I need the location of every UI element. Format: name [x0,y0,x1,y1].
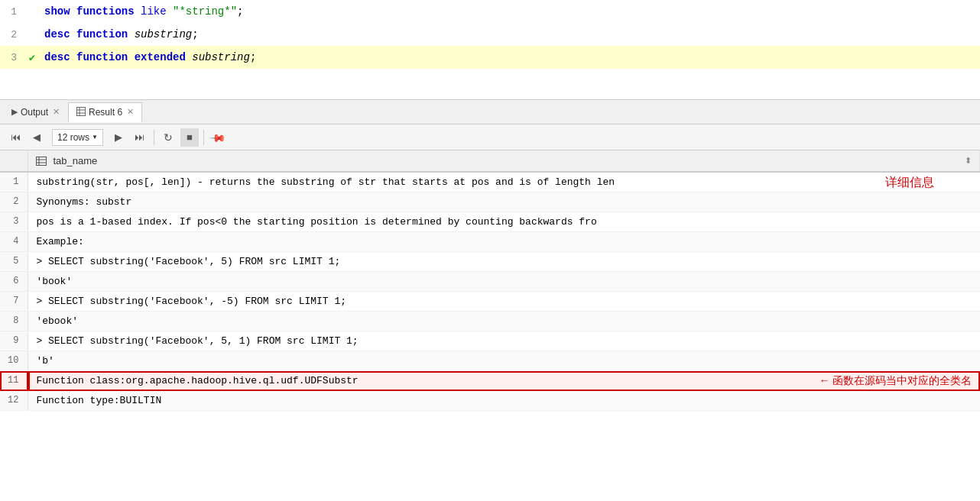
output-tab-close[interactable]: ✕ [53,107,60,117]
row-number: 9 [0,331,28,351]
row-value: Function type:BUILTIN [28,391,980,411]
table-row: 1substring(str, pos[, len]) - returns th… [0,172,980,192]
table-row: 9 > SELECT substring('Facebook', 5, 1) F… [0,331,980,351]
result6-tab-label: Result 6 [89,107,122,118]
table-row: 11Function class:org.apache.hadoop.hive.… [0,371,980,391]
table-row: 6 'book' [0,272,980,292]
row-value: 'b' [28,351,980,371]
table-row: 10 'b' [0,351,980,371]
row-value: Synonyms: substr [28,192,980,212]
line-icon-2 [23,28,41,40]
column-header-label: tab_name [36,155,97,166]
editor-line-3: 3 ✔ desc function extended substring; [0,46,980,69]
table-row: 8 'ebook' [0,312,980,331]
classname-annotation: ← 函数在源码当中对应的全类名 [819,374,972,388]
sort-icon: ⬍ [965,156,972,166]
result6-tab-icon [76,107,86,118]
table-header-row: tab_name ⬍ [0,150,980,172]
row-number-header [0,150,28,172]
rows-select[interactable]: 12 rows ▼ [52,129,103,146]
row-number: 11 [0,371,28,391]
rows-count-label: 12 rows [57,132,89,143]
row-value: Example: [28,232,980,252]
svg-rect-4 [37,157,47,165]
result-area: tab_name ⬍ 1substring(str, pos[, len]) -… [0,150,980,411]
row-value: > SELECT substring('Facebook', 5) FROM s… [28,252,980,272]
result-table: tab_name ⬍ 1substring(str, pos[, len]) -… [0,150,980,411]
row-number: 5 [0,252,28,272]
row-number: 12 [0,391,28,411]
next-page-button[interactable]: ▶ [109,128,128,147]
pin-button[interactable]: 📌 [205,124,231,150]
editor-line-2: 2 desc function substring; [0,23,980,46]
row-number: 10 [0,351,28,371]
row-number: 8 [0,312,28,331]
stop-button[interactable]: ■ [180,128,199,147]
output-tab-icon: ▶ [11,107,18,117]
line-number-3: 3 [0,52,23,63]
line-content-1: show functions like "*string*"; [41,5,243,18]
detail-annotation: 详细信息 [885,174,934,190]
line-content-3: desc function extended substring; [41,51,256,63]
line-content-2: desc function substring; [41,28,199,40]
row-number: 1 [0,172,28,192]
table-row: 12Function type:BUILTIN [0,391,980,411]
tab-output[interactable]: ▶ Output ✕ [3,102,68,122]
line-number-2: 2 [0,29,23,40]
tab-result6[interactable]: Result 6 ✕ [68,102,142,122]
row-value: substring(str, pos[, len]) - returns the… [28,172,980,192]
nav-toolbar: ⏮ ◀ 12 rows ▼ ▶ ⏭ ↻ ■ 📌 [0,124,980,150]
row-value: 'book' [28,272,980,292]
editor-panel: 1 show functions like "*string*"; 2 desc… [0,0,980,100]
line-number-1: 1 [0,6,23,18]
row-value: > SELECT substring('Facebook', 5, 1) FRO… [28,331,980,351]
line-check-icon: ✔ [23,51,41,64]
last-page-button[interactable]: ⏭ [131,128,149,147]
highlighted-value: Function class:org.apache.hadoop.hive.ql… [36,375,358,386]
table-row: 2Synonyms: substr [0,192,980,212]
svg-rect-0 [77,107,86,115]
row-value: Function class:org.apache.hadoop.hive.ql… [28,371,980,391]
row-number: 6 [0,272,28,292]
table-row: 3pos is a 1-based index. If pos<0 the st… [0,212,980,232]
row-number: 2 [0,192,28,212]
result6-tab-close[interactable]: ✕ [127,107,134,117]
row-number: 4 [0,232,28,252]
tab-name-column-header[interactable]: tab_name ⬍ [28,150,980,172]
first-page-button[interactable]: ⏮ [6,128,24,147]
table-row: 7 > SELECT substring('Facebook', -5) FRO… [0,292,980,312]
row-value: pos is a 1-based index. If pos<0 the sta… [28,212,980,232]
prev-page-button[interactable]: ◀ [28,128,46,147]
table-row: 5 > SELECT substring('Facebook', 5) FROM… [0,252,980,272]
output-tab-label: Output [21,107,48,118]
row-value: 'ebook' [28,312,980,331]
refresh-button[interactable]: ↻ [159,128,177,147]
row-number: 7 [0,292,28,312]
line-icon-1 [23,5,41,18]
row-value: > SELECT substring('Facebook', -5) FROM … [28,292,980,312]
toolbar-separator-1 [154,130,154,145]
row-number: 3 [0,212,28,232]
table-row: 4Example: [0,232,980,252]
tabs-bar: ▶ Output ✕ Result 6 ✕ [0,100,980,124]
rows-chevron-icon: ▼ [92,134,98,141]
editor-line-1: 1 show functions like "*string*"; [0,0,980,23]
editor-empty-space [0,69,980,99]
